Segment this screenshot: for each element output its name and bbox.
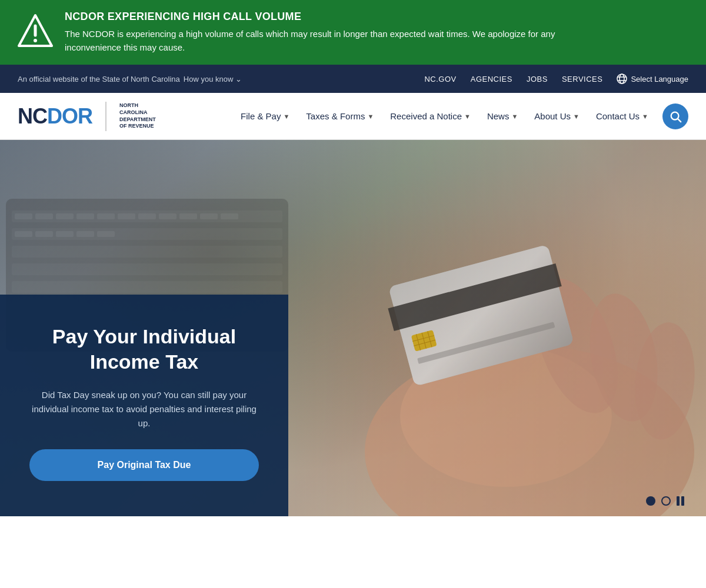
alert-body: The NCDOR is experiencing a high volume … xyxy=(65,28,594,54)
logo-dor: DOR xyxy=(47,104,92,128)
nav-received-notice[interactable]: Received a Notice ▼ xyxy=(383,106,478,126)
search-button[interactable] xyxy=(662,103,688,129)
ncgov-link[interactable]: NC.GOV xyxy=(424,75,456,83)
chevron-down-icon: ⌄ xyxy=(235,75,242,83)
pause-bar-1 xyxy=(677,496,680,506)
chevron-down-icon: ▼ xyxy=(283,113,289,120)
services-link[interactable]: SERVICES xyxy=(562,75,603,83)
pause-bar-2 xyxy=(681,496,684,506)
logo[interactable]: NCDOR NORTH CAROLINA DEPARTMENT OF REVEN… xyxy=(18,102,156,131)
chevron-down-icon: ▼ xyxy=(642,113,648,120)
logo-nc: NC xyxy=(18,104,47,128)
svg-rect-15 xyxy=(15,213,32,219)
logo-divider xyxy=(105,102,106,131)
warning-icon xyxy=(18,13,53,48)
carousel-controls xyxy=(646,496,688,506)
svg-rect-20 xyxy=(118,213,135,219)
nav-about-us[interactable]: About Us ▼ xyxy=(527,106,587,126)
hero-title: Pay Your Individual Income Tax xyxy=(29,324,259,374)
chevron-down-icon: ▼ xyxy=(367,113,374,120)
svg-rect-17 xyxy=(56,213,74,219)
gov-bar: An official website of the State of Nort… xyxy=(0,65,706,93)
svg-rect-26 xyxy=(15,231,32,237)
chevron-down-icon: ▼ xyxy=(511,113,518,120)
alert-banner: NCDOR EXPERIENCING HIGH CALL VOLUME The … xyxy=(0,0,706,65)
hero-content: Pay Your Individual Income Tax Did Tax D… xyxy=(0,295,288,516)
alert-title: NCDOR EXPERIENCING HIGH CALL VOLUME xyxy=(65,11,594,23)
how-you-know-link[interactable]: How you know ⌄ xyxy=(184,75,242,83)
svg-rect-29 xyxy=(76,231,94,237)
official-text: An official website of the State of Nort… xyxy=(18,75,180,83)
nav-taxes-forms[interactable]: Taxes & Forms ▼ xyxy=(299,106,381,126)
svg-rect-19 xyxy=(97,213,115,219)
svg-point-4 xyxy=(620,74,624,83)
agencies-link[interactable]: AGENCIES xyxy=(471,75,512,83)
hero-cta-button[interactable]: Pay Original Tax Due xyxy=(29,449,259,481)
hero-body: Did Tax Day sneak up on you? You can sti… xyxy=(29,388,259,430)
svg-rect-18 xyxy=(76,213,94,219)
svg-line-8 xyxy=(678,119,681,122)
svg-point-2 xyxy=(34,39,37,42)
nav-contact-us[interactable]: Contact Us ▼ xyxy=(589,106,655,126)
jobs-link[interactable]: JOBS xyxy=(527,75,548,83)
alert-text: NCDOR EXPERIENCING HIGH CALL VOLUME The … xyxy=(65,11,594,54)
svg-rect-21 xyxy=(138,213,156,219)
gov-bar-left: An official website of the State of Nort… xyxy=(18,75,242,83)
carousel-pause-button[interactable] xyxy=(677,496,688,506)
chevron-down-icon: ▼ xyxy=(464,113,471,120)
svg-rect-25 xyxy=(221,213,238,219)
language-selector[interactable]: Select Language xyxy=(617,74,688,84)
svg-rect-30 xyxy=(97,231,115,237)
site-header: NCDOR NORTH CAROLINA DEPARTMENT OF REVEN… xyxy=(0,93,706,140)
carousel-dot-2[interactable] xyxy=(661,496,671,506)
svg-rect-16 xyxy=(35,213,53,219)
svg-rect-23 xyxy=(179,213,197,219)
svg-rect-28 xyxy=(56,231,74,237)
svg-rect-22 xyxy=(159,213,176,219)
logo-text: NCDOR xyxy=(18,106,92,127)
svg-point-3 xyxy=(617,74,627,83)
gov-bar-right: NC.GOV AGENCIES JOBS SERVICES Select Lan… xyxy=(424,74,688,84)
svg-rect-24 xyxy=(200,213,218,219)
logo-subtitle: NORTH CAROLINA DEPARTMENT OF REVENUE xyxy=(119,102,156,130)
nav-news[interactable]: News ▼ xyxy=(480,106,525,126)
lang-label: Select Language xyxy=(631,75,688,83)
svg-rect-27 xyxy=(35,231,53,237)
carousel-dot-1[interactable] xyxy=(646,496,655,506)
chevron-down-icon: ▼ xyxy=(573,113,580,120)
hero-section: Pay Your Individual Income Tax Did Tax D… xyxy=(0,140,706,516)
main-nav: File & Pay ▼ Taxes & Forms ▼ Received a … xyxy=(234,103,688,129)
nav-file-pay[interactable]: File & Pay ▼ xyxy=(234,106,297,126)
right-overlay xyxy=(282,140,706,516)
